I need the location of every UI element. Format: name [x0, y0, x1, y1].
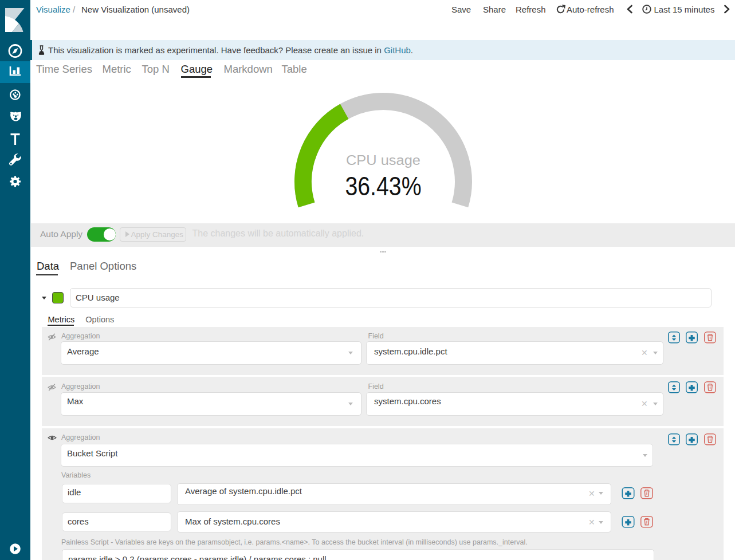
- svg-text:36.43%: 36.43%: [345, 171, 422, 201]
- svg-text:CPU usage: CPU usage: [346, 152, 420, 168]
